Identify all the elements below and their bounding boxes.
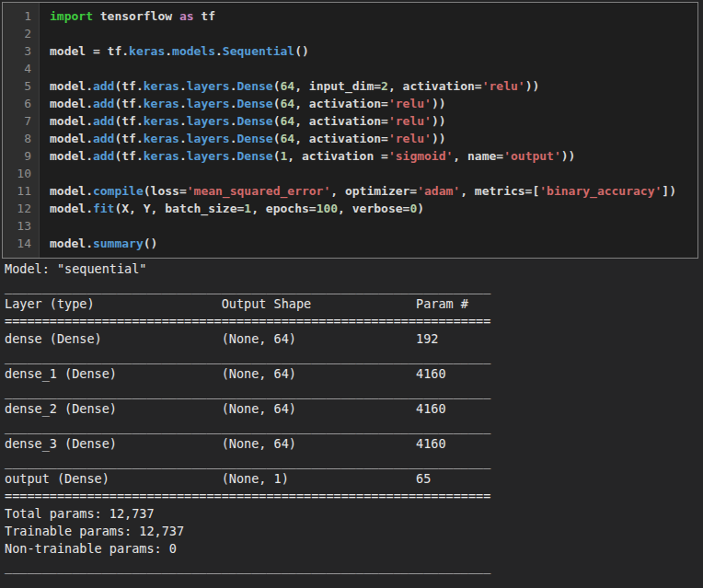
code-line: model.compile(loss='mean_squared_error',… [50, 182, 697, 200]
code-token: (tf. [114, 79, 143, 93]
code-token: . [230, 97, 237, 110]
code-token: tensorflow [93, 9, 179, 23]
code-line [50, 165, 697, 182]
code-token: keras [144, 149, 179, 163]
line-number: 11 [3, 182, 39, 200]
code-area[interactable]: import tensorflow as tfmodel = tf.keras.… [40, 3, 697, 258]
code-token: (tf. [114, 149, 143, 163]
code-token: models [172, 44, 215, 58]
code-token: layers [187, 149, 230, 163]
code-token: )) [432, 97, 446, 110]
code-token: ) [417, 202, 424, 215]
line-number: 9 [3, 147, 39, 165]
code-token: . [179, 114, 187, 128]
console-line: dense_1 (Dense) (None, 64) 4160 [5, 365, 698, 383]
code-token: , activation= [294, 97, 388, 110]
console-line: ________________________________________… [5, 383, 698, 400]
code-token: layers [187, 97, 230, 110]
code-token: ( [273, 149, 281, 163]
line-number: 6 [3, 95, 39, 112]
code-token: import [50, 9, 93, 23]
code-token: model. [50, 97, 93, 110]
code-line: model.add(tf.keras.layers.Dense(64, acti… [50, 95, 697, 112]
code-token: )) [432, 132, 446, 145]
code-token: 64 [281, 97, 295, 110]
code-line: model.fit(X, Y, batch_size=1, epochs=100… [50, 200, 697, 217]
console-line: ________________________________________… [5, 453, 698, 470]
code-token: (tf. [114, 114, 143, 128]
code-token: keras [129, 44, 165, 58]
code-token: compile [93, 184, 144, 198]
code-token: )) [561, 149, 576, 163]
console-line: dense (Dense) (None, 64) 192 [5, 330, 698, 348]
line-number: 3 [3, 42, 39, 60]
code-token: )) [432, 114, 446, 128]
code-token: add [93, 149, 114, 163]
code-token: (tf. [114, 97, 143, 110]
code-token: . [215, 44, 223, 58]
code-token: )) [525, 79, 540, 93]
code-token: , metrics=[ [460, 184, 539, 198]
code-token: ( [273, 132, 281, 145]
code-token: Dense [237, 149, 273, 163]
code-line: model.add(tf.keras.layers.Dense(64, inpu… [50, 77, 697, 95]
code-line [50, 60, 697, 77]
code-token: , input_dim= [294, 79, 381, 93]
code-token: model. [50, 236, 93, 250]
console-line: ========================================… [5, 313, 698, 330]
code-token: layers [187, 79, 230, 93]
code-token: (tf. [114, 132, 143, 145]
code-token: Dense [237, 79, 273, 93]
console-line: Trainable params: 12,737 [5, 523, 698, 540]
code-token: model. [50, 149, 93, 163]
code-token: keras [144, 79, 179, 93]
code-token: , optimizer= [330, 184, 417, 198]
code-token: ( [273, 79, 281, 93]
code-token: add [93, 97, 114, 110]
code-token: () [144, 236, 158, 250]
console-line: ________________________________________… [5, 278, 698, 295]
code-token: 'binary_accuracy' [539, 184, 662, 198]
code-token: Sequential [223, 44, 294, 58]
line-number-gutter: 1234567891011121314 [3, 3, 40, 258]
model-summary-output: Model: "sequential"_____________________… [5, 260, 698, 575]
code-token: 'relu' [388, 114, 432, 128]
console-line: ________________________________________… [5, 418, 698, 435]
code-token: as [179, 9, 194, 23]
code-token: Dense [237, 97, 273, 110]
code-token: Dense [237, 114, 273, 128]
code-token: 64 [281, 79, 295, 93]
code-token: , activation= [294, 132, 388, 145]
code-token: keras [144, 114, 179, 128]
code-line: model = tf.keras.models.Sequential() [50, 42, 697, 60]
code-line: model.add(tf.keras.layers.Dense(1, activ… [50, 147, 697, 165]
code-token: , activation= [294, 114, 388, 128]
code-token: (X, Y, batch_size= [114, 202, 244, 215]
code-token: add [93, 79, 114, 93]
code-token: 64 [281, 132, 295, 145]
code-token: . [230, 149, 237, 163]
console-line: Non-trainable params: 0 [5, 540, 698, 558]
code-token: 'relu' [482, 79, 525, 93]
line-number: 14 [3, 235, 39, 252]
line-number: 8 [3, 130, 39, 147]
code-editor[interactable]: 1234567891011121314 import tensorflow as… [2, 2, 698, 259]
console-line: dense_2 (Dense) (None, 64) 4160 [5, 400, 698, 418]
console-line: output (Dense) (None, 1) 65 [5, 470, 698, 488]
code-token: . [230, 132, 237, 145]
code-token: . [179, 149, 187, 163]
code-token: , epochs= [251, 202, 316, 215]
screen: { "editor": { "lines": [ {"n":"1","token… [0, 0, 703, 588]
code-token: ]) [662, 184, 676, 198]
code-token: fit [93, 202, 114, 215]
code-line: import tensorflow as tf [50, 7, 697, 25]
code-token: add [93, 132, 114, 145]
console-line: ________________________________________… [5, 558, 698, 575]
code-line [50, 25, 697, 42]
code-token: 'relu' [388, 132, 432, 145]
code-token: , activation= [388, 79, 482, 93]
code-token: model. [50, 202, 93, 215]
line-number: 5 [3, 77, 39, 95]
code-token: tf [194, 9, 215, 23]
console-line: ========================================… [5, 488, 698, 505]
